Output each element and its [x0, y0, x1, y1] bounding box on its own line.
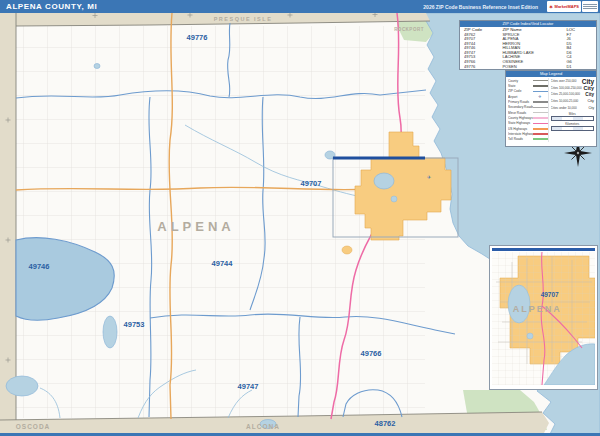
legend-road-label: County	[508, 79, 533, 83]
legend-road-item: Airport✈	[508, 94, 548, 99]
marketmaps-logo: ✶ MarketMAPS	[547, 1, 598, 12]
legend-road-types: CountyStateZIP CodeAirport✈Primary Roads…	[508, 78, 548, 142]
legend-panel: Map Legend CountyStateZIP CodeAirport✈Pr…	[505, 70, 597, 147]
legend-road-label: State Highways	[508, 121, 533, 125]
legend-road-label: Interstate Highways	[508, 132, 533, 136]
inset-zip-label: 49707	[541, 291, 559, 298]
legend-road-sample	[533, 80, 548, 81]
legend-color-line	[533, 138, 548, 140]
zip-code-cell: 49776	[464, 65, 502, 70]
zip-name-cell: POSEN	[502, 65, 566, 70]
legend-road-label: Toll Roads	[508, 137, 533, 141]
minor-roads-grid	[16, 26, 425, 418]
legend-city-item: Cities under 10,000City	[551, 104, 594, 111]
grid-loc-cell: D1	[566, 65, 592, 70]
logo-fineprint	[582, 1, 598, 12]
legend-road-sample	[533, 91, 548, 93]
legend-city-item: Cities 25,000-100,000City	[551, 91, 594, 98]
scale-km-bar	[551, 126, 594, 131]
legend-road-label: Minor Roads	[508, 111, 533, 115]
legend-color-line	[533, 117, 548, 119]
legend-color-line	[533, 128, 548, 130]
bottom-frame-bar	[0, 433, 600, 436]
legend-city-sample: City	[589, 106, 595, 110]
airport-icon: ✈	[538, 94, 541, 99]
pond	[391, 196, 397, 202]
legend-city-label: Cities 25,000-100,000	[551, 92, 586, 96]
zip-table-row: 49776POSEND1	[460, 65, 596, 70]
inset-county-label: ALPENA	[513, 304, 562, 314]
legend-road-sample	[533, 107, 548, 108]
zip-index-rows: 48762SPRUCEF749707ALPENAJ649744HERROND54…	[460, 33, 596, 70]
legend-city-item: Cities over 250,000City	[551, 78, 594, 85]
logo-text: MarketMAPS	[555, 4, 579, 9]
legend-road-sample	[533, 123, 548, 125]
scale-bars: Miles Kilometers	[551, 113, 594, 131]
legend-city-sample: City	[587, 99, 594, 103]
legend-color-line	[533, 123, 548, 125]
inset-map-canvas	[492, 252, 595, 385]
scale-kilometers: Kilometers	[551, 123, 594, 131]
legend-road-sample: ✈	[533, 94, 548, 99]
alpena-inset-panel: ALPENA 49707	[489, 245, 598, 390]
legend-city-sample: City	[584, 85, 594, 91]
legend-road-sample	[533, 101, 548, 103]
city-area-fragment	[342, 246, 352, 254]
legend-road-sample	[533, 85, 548, 87]
legend-color-line	[533, 101, 548, 103]
legend-road-label: ZIP Code	[508, 89, 533, 93]
legend-road-sample	[533, 128, 548, 130]
legend-color-line	[533, 80, 548, 81]
edition-subtitle: 2026 ZIP Code Business Reference Inset E…	[423, 4, 538, 10]
title-bar: ALPENA COUNTY, MI 2026 ZIP Code Business…	[0, 0, 600, 13]
legend-city-label: Cities 100,000-250,000	[551, 86, 584, 90]
legend-road-label: County Highways	[508, 116, 533, 120]
legend-city-classes: Cities over 250,000CityCities 100,000-25…	[548, 78, 594, 142]
legend-road-label: US Highways	[508, 127, 533, 131]
legend-city-label: Cities over 250,000	[551, 79, 582, 83]
page-title: ALPENA COUNTY, MI	[6, 2, 97, 11]
legend-city-sample: City	[582, 78, 594, 85]
legend-city-item: Cities 10,000-25,000City	[551, 98, 594, 105]
legend-city-item: Cities 100,000-250,000City	[551, 85, 594, 92]
legend-road-sample	[533, 117, 548, 119]
scale-miles: Miles	[551, 113, 594, 121]
montmorency-strip	[0, 13, 16, 433]
legend-color-line	[533, 85, 548, 87]
legend-road-item: Toll Roads	[508, 137, 548, 142]
map-page: 4977649746497444975349707497664974748762…	[0, 0, 600, 436]
inset-pond	[527, 333, 533, 339]
logo-main: ✶ MarketMAPS	[547, 1, 581, 12]
legend-color-line	[533, 91, 548, 93]
zip-index-panel: ZIP Code Index/Grid Locator ZIP Code ZIP…	[459, 20, 597, 70]
legend-color-line	[533, 107, 548, 108]
legend-city-sample: City	[585, 92, 594, 97]
legend-road-sample	[533, 112, 548, 113]
legend-color-line	[533, 112, 548, 113]
legend-color-line	[533, 133, 548, 135]
scale-miles-bar	[551, 116, 594, 121]
logo-star-icon: ✶	[549, 4, 554, 10]
legend-road-label: State	[508, 84, 533, 88]
legend-road-label: Airport	[508, 95, 533, 99]
legend-road-label: Secondary Roads	[508, 105, 533, 109]
inset-title-bar	[492, 248, 595, 251]
legend-city-label: Cities under 10,000	[551, 106, 589, 110]
legend-city-label: Cities 10,000-25,000	[551, 99, 588, 103]
legend-road-label: Primary Roads	[508, 100, 533, 104]
legend-road-sample	[533, 133, 548, 135]
legend-road-sample	[533, 138, 548, 140]
lake-winyah	[374, 173, 394, 189]
inset-map: ALPENA 49707	[492, 252, 595, 388]
